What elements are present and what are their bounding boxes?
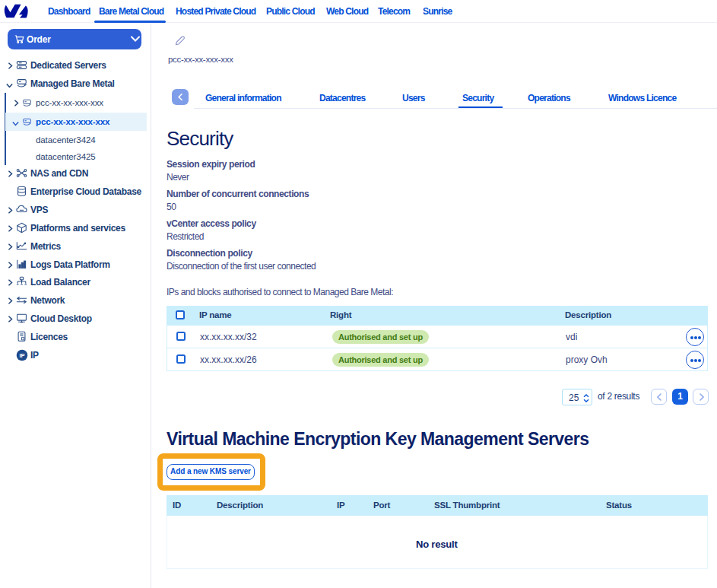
svg-text:IP: IP [19,351,24,358]
